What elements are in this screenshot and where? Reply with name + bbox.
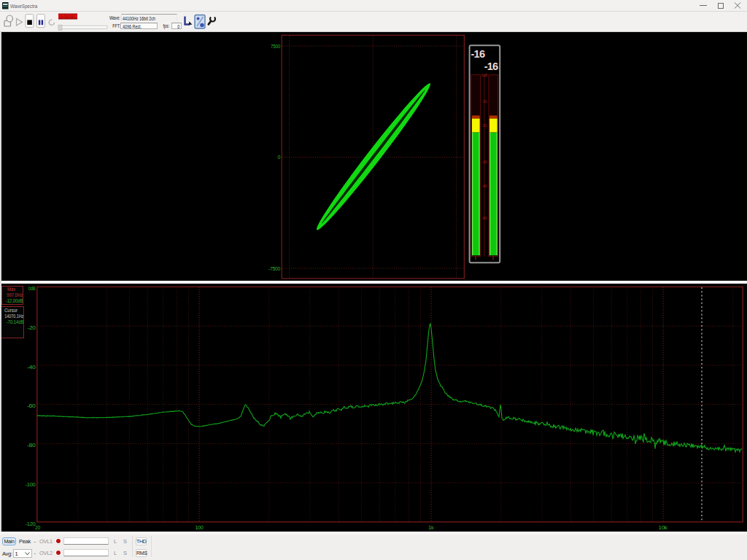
svg-text:-16: -16 [484,61,498,72]
svg-text:-60: -60 [481,216,487,220]
svg-text:-100: -100 [26,482,36,487]
svg-text:7500: 7500 [271,44,280,49]
svg-text:-7500: -7500 [268,266,280,271]
svg-text:100: 100 [195,525,203,530]
svg-text:-16: -16 [471,48,485,60]
svg-text:-80: -80 [27,443,36,448]
svg-text:0dB: 0dB [481,73,488,77]
svg-text:20: 20 [35,525,40,530]
svg-text:10k: 10k [659,525,668,530]
svg-text:-40: -40 [481,184,487,188]
svg-text:0:00:00: 0:00:00 [60,15,75,19]
svg-text:-40: -40 [27,365,36,370]
svg-text:1k: 1k [428,525,434,530]
svg-text:-20: -20 [481,123,487,128]
svg-text:-20: -20 [28,325,36,330]
svg-text:-60: -60 [27,403,36,408]
svg-text:-30: -30 [481,160,487,164]
svg-text:-120: -120 [26,521,36,526]
svg-text:0dB: 0dB [28,286,36,291]
svg-text:-10: -10 [481,99,487,104]
svg-text:0: 0 [277,155,280,160]
